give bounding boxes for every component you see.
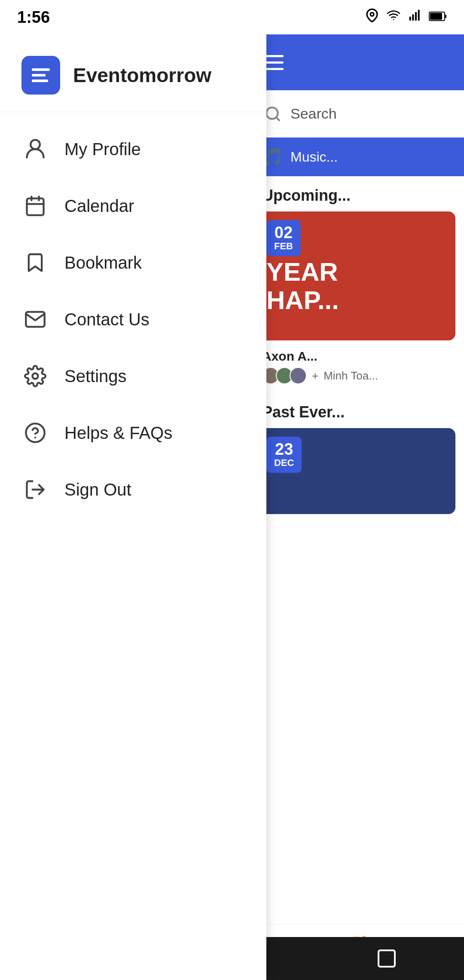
app-logo <box>21 56 60 95</box>
past-event-day: 23 <box>274 441 294 457</box>
upcoming-event-card[interactable]: 02 FEB YEAR HAP... <box>258 211 455 340</box>
svg-point-0 <box>370 12 374 16</box>
svg-rect-3 <box>415 12 417 21</box>
menu-item-settings[interactable]: Settings <box>0 348 266 404</box>
location-icon <box>365 9 379 26</box>
status-bar: 1:56 <box>0 0 464 34</box>
settings-label: Settings <box>64 367 127 386</box>
search-label: Search <box>290 105 337 122</box>
calendar-icon <box>21 192 49 220</box>
menu-item-sign-out[interactable]: Sign Out <box>0 461 266 518</box>
svg-rect-1 <box>409 17 411 21</box>
helps-faqs-label: Helps & FAQs <box>64 423 172 443</box>
recents-square <box>378 949 396 968</box>
svg-rect-4 <box>418 10 420 21</box>
logo-line-1 <box>32 68 50 71</box>
past-event-card[interactable]: 23 DEC <box>258 428 455 514</box>
app-name: Eventomorrow <box>73 64 211 87</box>
help-circle-icon <box>21 419 49 447</box>
svg-rect-6 <box>445 15 446 18</box>
menu-item-helps-faqs[interactable]: Helps & FAQs <box>0 404 266 461</box>
attendee-count: + <box>312 369 318 383</box>
past-event-date-badge: 23 DEC <box>266 437 302 473</box>
signal-icon <box>408 9 422 26</box>
search-row[interactable]: Search <box>249 90 464 138</box>
contact-us-label: Contact Us <box>64 310 150 329</box>
event-meta: + Minh Toa... <box>262 367 451 384</box>
drawer-menu: My Profile Calendar Bookmark <box>0 112 266 527</box>
music-label: Music... <box>290 149 338 165</box>
battery-icon <box>429 9 447 25</box>
recents-button[interactable] <box>369 946 404 971</box>
event-day: 02 <box>274 224 293 241</box>
svg-rect-2 <box>412 14 414 21</box>
event-month: FEB <box>274 241 293 252</box>
attendee-avatars <box>262 367 307 384</box>
main-content: Search 🎵 Music... Upcoming... 02 FEB YEA… <box>0 34 464 980</box>
bookmark-icon <box>21 249 49 276</box>
event-title-line1: YEAR <box>266 257 338 286</box>
navigation-drawer: Eventomorrow My Profile Calendar <box>0 34 266 980</box>
event-location: Minh Toa... <box>324 369 378 383</box>
svg-rect-7 <box>430 13 442 20</box>
wifi-icon <box>386 9 401 26</box>
past-events-title: Past Ever... <box>249 393 464 428</box>
event-info-row: Axon A... + Minh Toa... <box>249 340 464 393</box>
sign-out-label: Sign Out <box>64 480 131 499</box>
menu-item-calendar[interactable]: Calendar <box>0 178 266 234</box>
music-chip[interactable]: 🎵 Music... <box>249 138 464 176</box>
event-title: YEAR HAP... <box>266 258 447 315</box>
logo-line-3 <box>32 80 48 82</box>
past-event-month: DEC <box>274 457 294 469</box>
envelope-icon <box>21 306 49 333</box>
svg-point-10 <box>31 140 40 149</box>
status-icons <box>365 9 447 26</box>
menu-item-my-profile[interactable]: My Profile <box>0 121 266 178</box>
menu-item-bookmark[interactable]: Bookmark <box>0 234 266 291</box>
event-date-badge: 02 FEB <box>266 220 301 256</box>
hamburger-button[interactable] <box>262 47 292 77</box>
sign-out-icon <box>21 476 49 503</box>
status-time: 1:56 <box>17 8 50 27</box>
menu-item-contact-us[interactable]: Contact Us <box>0 291 266 348</box>
svg-point-15 <box>33 374 38 379</box>
event-name: Axon A... <box>262 349 451 364</box>
settings-icon <box>21 362 49 390</box>
event-title-line2: HAP... <box>266 286 339 315</box>
svg-rect-11 <box>27 199 44 215</box>
drawer-header: Eventomorrow <box>0 34 266 112</box>
calendar-label: Calendar <box>64 196 134 216</box>
right-panel: Search 🎵 Music... Upcoming... 02 FEB YEA… <box>249 34 464 980</box>
logo-line-2 <box>32 74 46 77</box>
bookmark-label: Bookmark <box>64 253 142 273</box>
my-profile-label: My Profile <box>64 140 141 159</box>
right-topbar <box>249 34 464 90</box>
upcoming-title: Upcoming... <box>249 176 464 211</box>
person-icon <box>21 135 49 163</box>
logo-lines <box>32 68 50 82</box>
avatar-3 <box>290 367 307 384</box>
svg-line-9 <box>276 117 279 120</box>
